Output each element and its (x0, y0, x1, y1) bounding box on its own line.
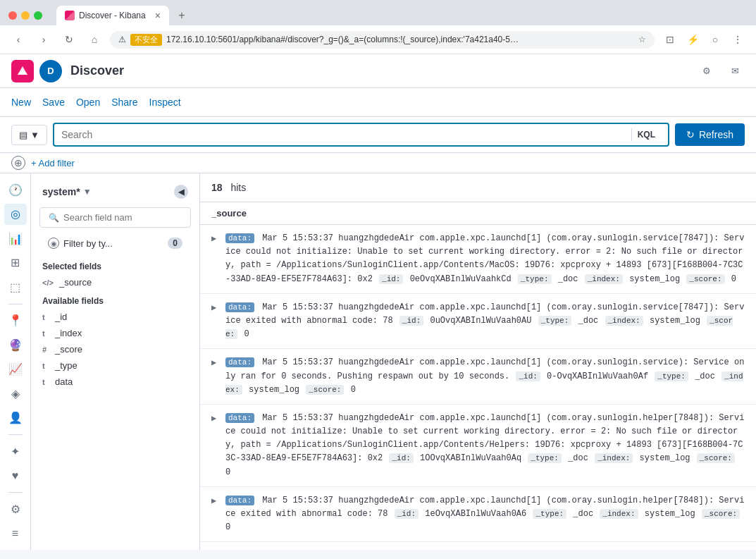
score-value-2: 0 (244, 329, 249, 339)
search-bar[interactable]: KQL (53, 123, 669, 147)
index-label-5: _index: (600, 509, 638, 519)
back-button[interactable]: ‹ (8, 30, 28, 49)
sidebar-icon-heartbeat[interactable]: ♥ (4, 465, 27, 487)
hits-label (225, 182, 228, 193)
profile-button[interactable]: ○ (705, 30, 725, 49)
reader-view-button[interactable]: ⊡ (660, 30, 680, 49)
index-name: system* (42, 186, 80, 197)
panel-collapse-button[interactable]: ◀ (174, 185, 188, 199)
id-value-5: 1eOvqXABInlWuVaah0A6 (425, 509, 526, 519)
table-row[interactable]: ▶ data: Mar 5 15:53:37 huangzhgdedeAir c… (200, 225, 756, 294)
expand-row-3[interactable]: ▶ (211, 357, 220, 368)
results-list: ▶ data: Mar 5 15:53:37 huangzhgdedeAir c… (200, 225, 756, 550)
hits-text: hits (230, 182, 246, 193)
field-item-type[interactable]: t _type (31, 357, 199, 374)
settings-icon[interactable]: ⚙ (697, 61, 717, 81)
expand-row-4[interactable]: ▶ (211, 413, 220, 424)
type-label-4: _type: (528, 453, 562, 463)
field-item-index[interactable]: t _index (31, 325, 199, 341)
sidebar-icon-ml[interactable]: 🔮 (4, 334, 27, 356)
menu-open[interactable]: Open (76, 94, 100, 111)
score-value-4: 0 (225, 467, 230, 477)
sidebar-icon-canvas[interactable]: ⬚ (4, 276, 27, 298)
menu-share[interactable]: Share (111, 94, 137, 111)
result-content-5: data: Mar 5 15:53:37 huangzhgdedeAir com… (225, 494, 745, 535)
sidebar-separator-1 (8, 304, 23, 305)
sidebar-icon-discover[interactable]: ◎ (4, 204, 27, 226)
data-label-1: data: (225, 233, 254, 243)
minimize-traffic-light[interactable] (21, 11, 30, 20)
add-filter-link[interactable]: + Add filter (31, 158, 75, 168)
user-avatar[interactable]: D (39, 60, 62, 82)
sidebar-separator-3 (8, 492, 23, 493)
filter-circle-button[interactable]: ⊕ (11, 156, 25, 170)
sidebar-icon-more[interactable]: ≡ (4, 523, 27, 545)
type-label-2: _type: (538, 316, 572, 326)
shield-button[interactable]: ⚡ (683, 30, 702, 49)
index-value-3: system_log (249, 385, 299, 395)
menu-inspect[interactable]: Inspect (149, 94, 181, 111)
field-type-t-icon-3: t (42, 362, 49, 370)
close-traffic-light[interactable] (8, 11, 17, 20)
sidebar-icon-monitoring[interactable]: 📈 (4, 359, 27, 381)
new-tab-button[interactable]: + (172, 6, 192, 25)
index-value-1: system_log (629, 274, 680, 284)
selected-field-source[interactable]: </> _source (31, 274, 199, 290)
search-fields-box[interactable]: 🔍 (39, 207, 191, 228)
field-item-score[interactable]: # _score (31, 341, 199, 357)
table-row[interactable]: ▶ data: Mar 5 15:53:37 huangzhgdedeAir c… (200, 487, 756, 543)
table-row[interactable]: ▶ data: Mar 5 15:53:37 huangzhgdedeAir c… (200, 349, 756, 405)
field-name-type: _type (55, 360, 78, 371)
source-header: _source (200, 202, 756, 225)
menu-button[interactable]: ⋮ (728, 30, 748, 49)
refresh-button[interactable]: ↻ Refresh (675, 123, 745, 146)
sidebar-icon-clock[interactable]: 🕐 (4, 179, 27, 201)
refresh-label: Refresh (699, 129, 733, 140)
sidebar-icon-settings[interactable]: ⚙ (4, 498, 27, 520)
hits-count: 18 (211, 182, 223, 193)
score-label-3: _score: (306, 385, 344, 395)
sidebar-icon-dashboard[interactable]: ⊞ (4, 252, 27, 274)
id-value-3: 0-OvqXABInlWuVaah0Af (547, 371, 648, 381)
menu-bar: New Save Open Share Inspect (0, 88, 756, 117)
index-selector[interactable]: system* ▼ ◀ (31, 179, 199, 204)
id-label-1: _id: (379, 274, 403, 284)
table-row[interactable]: ▶ data: Mar 5 15:53:37 huangzhgdedeAir c… (200, 294, 756, 350)
forward-button[interactable]: › (34, 30, 54, 49)
filter-dropdown-button[interactable]: ▤ ▼ (11, 125, 47, 145)
field-item-id[interactable]: t _id (31, 309, 199, 325)
sidebar-icon-maps[interactable]: 📍 (4, 310, 27, 332)
result-content-1: data: Mar 5 15:53:37 huangzhgdedeAir com… (225, 232, 745, 286)
sidebar-icon-visualize[interactable]: 📊 (4, 228, 27, 250)
menu-save[interactable]: Save (42, 94, 65, 111)
sidebar-icon-dev-tools[interactable]: ✦ (4, 441, 27, 462)
bookmark-icon[interactable]: ☆ (638, 35, 646, 44)
filter-type-button[interactable]: ◉ Filter by ty... 0 (39, 233, 191, 253)
field-item-data[interactable]: t data (31, 374, 199, 390)
main-content: 🕐 ◎ 📊 ⊞ ⬚ 📍 🔮 📈 ◈ 👤 ✦ ♥ ⚙ ≡ system* ▼ ◀ (0, 173, 756, 550)
app-logo (11, 60, 34, 82)
expand-row-2[interactable]: ▶ (211, 302, 220, 313)
search-fields-icon: 🔍 (49, 213, 59, 223)
sidebar-icon-user[interactable]: 👤 (4, 407, 27, 429)
reload-button[interactable]: ↻ (59, 30, 79, 49)
score-label-1: _score: (686, 274, 724, 284)
left-sidebar: 🕐 ◎ 📊 ⊞ ⬚ 📍 🔮 📈 ◈ 👤 ✦ ♥ ⚙ ≡ (0, 173, 31, 550)
index-label-2: _index: (605, 316, 643, 326)
maximize-traffic-light[interactable] (34, 11, 42, 20)
search-fields-input[interactable] (63, 212, 182, 223)
expand-row-1[interactable]: ▶ (211, 233, 220, 244)
mail-icon[interactable]: ✉ (725, 61, 745, 81)
sidebar-icon-apm[interactable]: ◈ (4, 383, 27, 405)
index-label-4: _index: (595, 453, 633, 463)
tab-close-button[interactable]: × (155, 10, 161, 21)
home-button[interactable]: ⌂ (85, 30, 104, 49)
available-fields-title: Available fields (31, 290, 199, 309)
menu-new[interactable]: New (11, 94, 31, 111)
address-bar[interactable]: ⚠ 不安全 172.16.10.10:5601/app/kibana#/disc… (110, 31, 655, 49)
table-row[interactable]: ▶ data: Mar 5 15:53:37 huangzhgdedeAir c… (200, 405, 756, 487)
search-input[interactable] (61, 129, 631, 140)
active-tab[interactable]: Discover - Kibana × (56, 6, 169, 25)
id-label-4: _id: (389, 453, 413, 463)
expand-row-5[interactable]: ▶ (211, 496, 220, 506)
